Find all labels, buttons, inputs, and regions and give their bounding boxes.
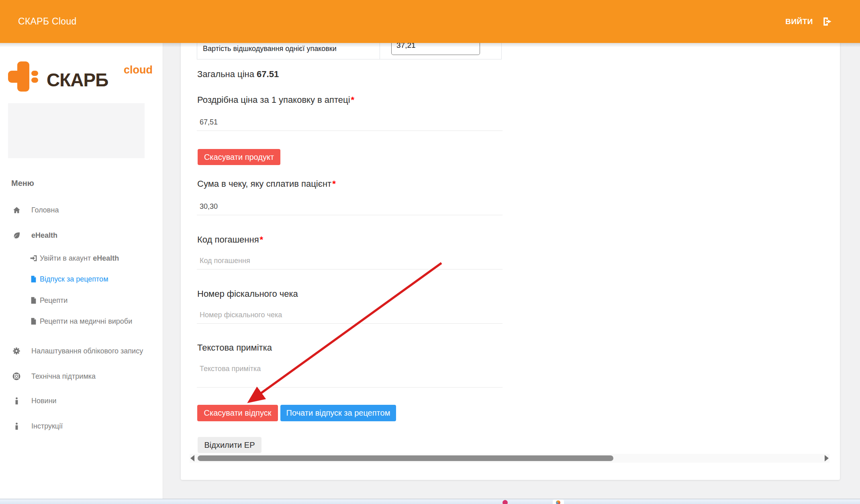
start-dispense-button[interactable]: Почати відпуск за рецептом (280, 405, 396, 421)
info-icon (12, 397, 21, 405)
taskbar-browser-icon[interactable] (556, 500, 560, 504)
scroll-left-arrow-icon[interactable] (190, 455, 194, 461)
redeem-code-label: Код погашення* (197, 235, 263, 245)
fiscal-number-input[interactable] (197, 307, 503, 324)
life-ring-icon (12, 372, 21, 380)
paid-sum-input[interactable] (197, 198, 503, 215)
scrollbar-thumb[interactable] (198, 455, 613, 461)
required-asterisk: * (260, 235, 264, 245)
home-icon (12, 206, 21, 214)
text-note-label: Текстова примітка (197, 343, 272, 353)
sidebar-item-prescriptions[interactable]: Рецепти (29, 295, 67, 306)
reject-ep-button[interactable]: Відхилити ЕР (198, 437, 261, 453)
gear-icon (12, 347, 21, 355)
top-bar: СКАРБ Cloud ВИЙТИ (0, 0, 860, 43)
cancel-product-button[interactable]: Скасувати продукт (198, 149, 280, 165)
sidebar-logo[interactable]: СКАРБ cloud (8, 61, 157, 94)
sidebar-item-ehealth-login[interactable]: Увійти в акаунт eHealth (29, 253, 119, 263)
taskbar-app-icon[interactable] (503, 500, 508, 504)
sidebar-item-ehealth[interactable]: eHealth (12, 230, 57, 241)
fiscal-number-label: Номер фіскального чека (197, 289, 298, 299)
dispense-form-card: Вартість відшкодування однієї упаковки З… (181, 0, 840, 480)
required-asterisk: * (332, 179, 336, 189)
sidebar-item-dispense-by-prescription[interactable]: Відпуск за рецептом (29, 274, 108, 284)
retail-price-input[interactable] (197, 114, 503, 131)
skarb-cross-icon (8, 61, 38, 92)
logout-button[interactable]: ВИЙТИ (785, 17, 833, 26)
file-icon (29, 297, 38, 304)
menu-heading: Меню (11, 179, 34, 188)
logout-icon (823, 17, 833, 26)
sidebar: СКАРБ cloud Меню ГоловнаeHealthУвійти в … (0, 43, 163, 499)
retail-price-label: Роздрібна ціна за 1 упаковку в аптеці* (197, 95, 354, 105)
sidebar-item-label: Рецепти (40, 296, 67, 305)
app-title: СКАРБ Cloud (18, 16, 77, 27)
paid-sum-label: Сума в чеку, яку сплатив пацієнт* (197, 179, 336, 189)
app-window: СКАРБ Cloud ВИЙТИ СКАРБ cloud Меню Голов… (0, 0, 860, 504)
sign-in-icon (29, 255, 38, 262)
sidebar-item-home[interactable]: Головна (12, 205, 59, 215)
scroll-right-arrow-icon[interactable] (825, 455, 829, 461)
sidebar-item-instructions[interactable]: Інструкції (12, 421, 63, 431)
text-note-input[interactable] (197, 361, 503, 388)
sidebar-item-news[interactable]: Новини (12, 396, 57, 406)
redeem-code-input[interactable] (197, 253, 503, 269)
total-price-value: 67.51 (257, 69, 279, 79)
sidebar-item-label: Новини (31, 397, 57, 405)
sidebar-item-label: Увійти в акаунт eHealth (40, 254, 119, 263)
required-asterisk: * (351, 95, 355, 105)
sidebar-item-label: Технічна підтримка (31, 372, 96, 381)
sidebar-item-label: Відпуск за рецептом (40, 275, 108, 284)
package-cost-label: Вартість відшкодування однієї упаковки (203, 45, 337, 53)
logo-superscript: cloud (124, 64, 153, 76)
info-icon (12, 422, 21, 430)
sidebar-item-tech-support[interactable]: Технічна підтримка (12, 371, 96, 382)
cancel-dispense-button[interactable]: Скасувати відпуск (197, 405, 278, 421)
logo-text: СКАРБ (47, 69, 108, 91)
file-icon (29, 275, 38, 283)
taskbar-sliver (0, 499, 860, 504)
sidebar-placeholder-box (8, 103, 145, 158)
sidebar-item-label: Рецепти на медичні вироби (40, 317, 132, 326)
sidebar-item-label: Головна (31, 206, 59, 214)
file-icon (29, 318, 38, 325)
logout-label: ВИЙТИ (785, 17, 813, 26)
sidebar-item-medical-device-prescriptions[interactable]: Рецепти на медичні вироби (29, 316, 132, 326)
total-price-line: Загальна ціна 67.51 (197, 69, 279, 80)
sidebar-item-label: Налаштування облікового запису (31, 347, 143, 355)
sidebar-item-label: Інструкції (31, 422, 63, 431)
sidebar-item-account-settings[interactable]: Налаштування облікового запису (12, 346, 143, 356)
sidebar-item-label: eHealth (31, 231, 57, 240)
horizontal-scrollbar[interactable] (190, 454, 829, 463)
leaf-icon (12, 231, 21, 239)
